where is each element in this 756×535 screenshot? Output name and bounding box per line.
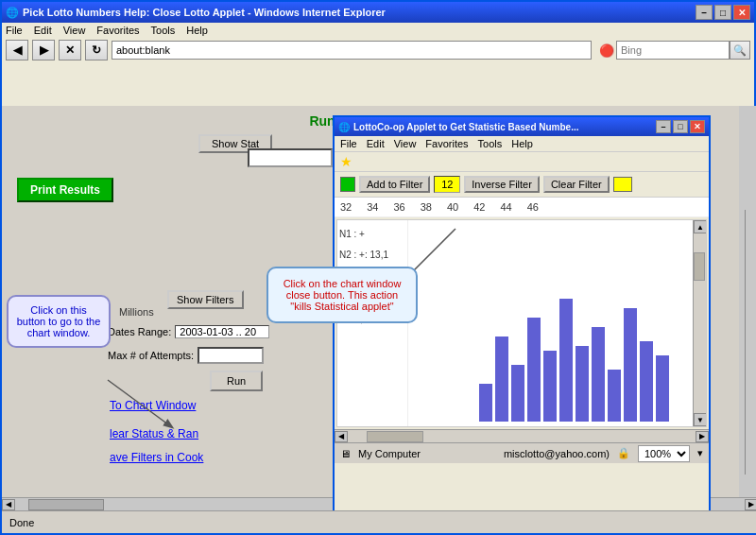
bar-5 (543, 351, 557, 422)
axis-32: 32 (340, 201, 352, 213)
applet-close-btn[interactable]: ✕ (690, 120, 705, 133)
axis-40: 40 (447, 201, 458, 213)
add-to-filter-btn[interactable]: Add to Filter (359, 176, 430, 193)
v-scroll-thumb[interactable] (694, 252, 705, 281)
search-input[interactable] (616, 41, 730, 60)
ie-outer-menubar: File Edit View Favorites Tools Help (2, 23, 754, 38)
number-axis: 32 34 36 38 40 42 44 46 (335, 198, 709, 217)
v-scroll-up-btn[interactable]: ▲ (694, 220, 707, 233)
menu-view[interactable]: View (63, 25, 86, 36)
ie-outer-minimize-btn[interactable]: – (696, 5, 713, 20)
zoom-arrow-icon: ▾ (697, 447, 703, 459)
bar-11 (640, 341, 653, 422)
stop-btn[interactable]: ✕ (59, 40, 81, 60)
ie-outer-window-controls: – □ ✕ (696, 5, 750, 20)
applet-menu: File Edit View Favorites Tools Help (335, 136, 709, 152)
ie-outer-title: Pick Lotto Numbers Help: Close Lotto App… (23, 7, 696, 18)
applet-favorites-bar: ★ (335, 152, 709, 172)
clear-filter-btn[interactable]: Clear Filter (543, 176, 610, 193)
scroll-right-btn[interactable]: ▶ (745, 499, 756, 510)
address-bar[interactable] (112, 41, 592, 60)
run-btn[interactable]: Run (210, 371, 263, 391)
bar-1 (479, 384, 492, 422)
applet-statusbar: 🖥 My Computer misclotto@yahoo.com) 🔒 100… (335, 442, 709, 463)
chart-body: N1 : + N2 : +: 13,1 N3 : : 20 N4 : +: 42… (336, 219, 707, 427)
applet-menu-help[interactable]: Help (511, 138, 533, 149)
ie-outer-close-btn[interactable]: ✕ (733, 5, 750, 20)
max-attempts-label: Max # of Attempts: (108, 350, 194, 361)
lock-icon: 🔒 (617, 447, 630, 459)
applet-icon: 🌐 (338, 122, 350, 132)
bing-icon: 🔴 (599, 43, 614, 58)
right-scrollbar[interactable] (745, 210, 756, 475)
scroll-left-btn[interactable]: ◀ (2, 499, 15, 510)
menu-edit[interactable]: Edit (34, 25, 52, 36)
bar-3 (511, 365, 524, 422)
bar-6 (559, 299, 573, 422)
bar-7 (576, 346, 589, 422)
refresh-btn[interactable]: ↻ (85, 40, 108, 60)
chart-v-scrollbar[interactable]: ▲ ▼ (693, 220, 706, 426)
v-scroll-down-btn[interactable]: ▼ (694, 413, 707, 426)
bar-chart-area (408, 220, 706, 426)
bar-2 (495, 337, 508, 422)
h-scroll-left-btn[interactable]: ◀ (335, 431, 348, 442)
zoom-select[interactable]: 100% (638, 445, 690, 462)
scroll-x-thumb[interactable] (28, 499, 104, 510)
filter-yellow-indicator (613, 177, 632, 192)
ie-content-area: Run number ordina Show Stat Print Result… (2, 106, 756, 510)
n1-label: N1 : + (339, 224, 405, 245)
axis-34: 34 (367, 201, 378, 213)
ie-statusbar: Done (2, 510, 756, 533)
favorites-star-icon: ★ (340, 154, 352, 169)
applet-menu-file[interactable]: File (340, 138, 357, 149)
menu-help[interactable]: Help (186, 25, 208, 36)
bar-10 (624, 308, 637, 422)
bar-4 (527, 318, 541, 422)
applet-maximize-btn[interactable]: □ (673, 120, 688, 133)
tooltip-center-bubble: Click on the chart window close button. … (266, 267, 418, 323)
date-range-value[interactable]: 2003-01-03 .. 20 (175, 325, 269, 338)
save-filters-link[interactable]: ave Filters in Cook (110, 451, 203, 464)
back-btn[interactable]: ◀ (6, 40, 28, 60)
my-computer-label: My Computer (358, 448, 421, 459)
bar-8 (592, 327, 605, 422)
applet-menu-edit[interactable]: Edit (367, 138, 385, 149)
menu-file[interactable]: File (6, 25, 23, 36)
tooltip-center-text: Click on the chart window close button. … (284, 278, 402, 312)
ie-outer-window: 🌐 Pick Lotto Numbers Help: Close Lotto A… (0, 0, 756, 535)
white-input-box[interactable] (248, 148, 333, 167)
applet-title: LottoCo-op Applet to Get Statistic Based… (353, 122, 656, 132)
ie-outer-maximize-btn[interactable]: □ (714, 5, 731, 20)
print-results-btn[interactable]: Print Results (17, 178, 113, 202)
menu-tools[interactable]: Tools (151, 25, 176, 36)
applet-menu-view[interactable]: View (394, 138, 417, 149)
applet-menu-tools[interactable]: Tools (478, 138, 503, 149)
applet-minimize-btn[interactable]: – (656, 120, 671, 133)
filter-toolbar: Add to Filter 12 Inverse Filter Clear Fi… (335, 172, 709, 198)
h-scroll-thumb[interactable] (367, 431, 423, 442)
ie-outer-navbar: ◀ ▶ ✕ ↻ 🔴 🔍 (2, 38, 754, 62)
ie-titlebar-icon: 🌐 (6, 7, 19, 19)
chart-bars (479, 225, 701, 422)
h-scroll-right-btn[interactable]: ▶ (696, 431, 709, 442)
bar-12 (656, 355, 669, 422)
my-computer-icon: 🖥 (340, 448, 351, 459)
applet-menu-favorites[interactable]: Favorites (425, 138, 468, 149)
max-attempts-input[interactable]: 10000 (198, 347, 264, 364)
to-chart-window-link[interactable]: To Chart Window (110, 399, 196, 412)
axis-42: 42 (473, 201, 485, 213)
show-filters-btn[interactable]: Show Filters (167, 290, 244, 309)
forward-btn[interactable]: ▶ (32, 40, 55, 60)
clear-status-link[interactable]: lear Status & Ran (110, 427, 198, 440)
menu-favorites[interactable]: Favorites (96, 25, 139, 36)
applet-titlebar: 🌐 LottoCo-op Applet to Get Statistic Bas… (335, 117, 709, 136)
chart-h-scrollbar[interactable]: ◀ ▶ (335, 429, 709, 442)
filter-number-display: 12 (434, 176, 460, 193)
max-attempts-row: Max # of Attempts: 10000 (108, 347, 264, 364)
axis-44: 44 (501, 201, 512, 213)
inverse-filter-btn[interactable]: Inverse Filter (464, 176, 540, 193)
tooltip-left-bubble: Click on this button to go to the chart … (7, 295, 111, 348)
axis-38: 38 (421, 201, 432, 213)
search-btn[interactable]: 🔍 (730, 41, 750, 60)
